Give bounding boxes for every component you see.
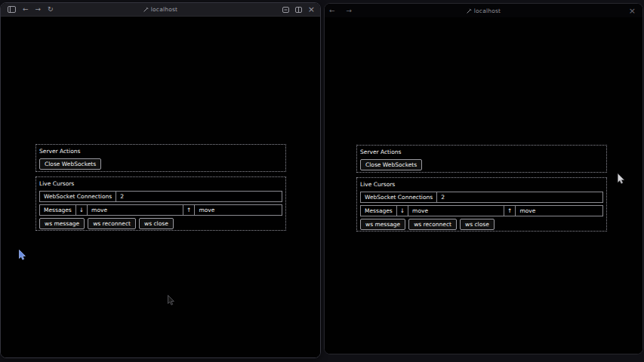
url-text[interactable]: localhost [474,8,501,14]
page-content: Server Actions Close WebSockets Live Cur… [325,17,642,354]
split-view-icon[interactable] [295,7,302,13]
server-actions-title: Server Actions [39,148,283,155]
server-actions-panel: Server Actions Close WebSockets [356,145,607,173]
ws-close-button[interactable]: ws close [139,218,174,229]
live-cursors-panel: Live Cursors WebSocket Connections 2 Mes… [356,177,607,232]
live-cursors-title: Live Cursors [360,181,604,188]
received-message-cell: move [408,205,504,216]
live-cursors-panel: Live Cursors WebSocket Connections 2 Mes… [35,176,286,231]
site-info-icon[interactable] [467,8,472,14]
server-actions-title: Server Actions [360,149,604,155]
server-actions-panel: Server Actions Close WebSockets [35,144,286,172]
connections-row: WebSocket Connections 2 [39,191,282,202]
close-websockets-button[interactable]: Close WebSockets [39,158,101,170]
titlebar-nav-group: ← → [325,4,352,17]
sidebar-toggle-icon[interactable] [8,6,16,13]
ws-reconnect-button[interactable]: ws reconnect [88,218,136,229]
sent-arrow-icon: ↑ [504,205,516,216]
sent-message-cell: move [515,205,603,216]
messages-label-cell: Messages [360,205,397,216]
titlebar-actions-group: × [629,4,642,17]
close-window-icon[interactable]: × [629,7,636,15]
ws-close-button[interactable]: ws close [460,219,495,230]
messages-label-cell: Messages [39,204,76,216]
ws-buttons-row: ws message ws reconnect ws close [360,219,603,230]
ws-message-button[interactable]: ws message [39,218,85,229]
ws-buttons-row: ws message ws reconnect ws close [39,218,282,229]
connections-count-cell: 2 [116,191,282,202]
connections-count-cell: 2 [436,192,603,203]
received-arrow-icon: ↓ [396,205,408,216]
browser-window-right: ← → localhost × Server Actions Close Web… [324,3,643,354]
toolbar-box-icon[interactable] [282,7,289,13]
reload-icon[interactable]: ↻ [48,6,54,13]
page-content: Server Actions Close WebSockets Live Cur… [1,17,320,357]
ws-message-button[interactable]: ws message [360,219,405,230]
connections-row: WebSocket Connections 2 [360,192,603,203]
browser-window-left: ← → ↻ localhost × Server Actions Close W… [0,2,321,358]
sent-message-cell: move [194,204,282,216]
back-icon[interactable]: ← [23,6,29,13]
connections-label-cell: WebSocket Connections [39,191,116,202]
url-text[interactable]: localhost [151,6,177,13]
connections-label-cell: WebSocket Connections [360,192,437,203]
received-message-cell: move [87,204,183,216]
ws-reconnect-button[interactable]: ws reconnect [408,219,457,230]
messages-row: Messages ↓ move ↑ move [39,204,282,216]
titlebar-actions-group: × [282,3,320,16]
close-window-icon[interactable]: × [308,5,315,14]
messages-row: Messages ↓ move ↑ move [360,205,603,216]
received-arrow-icon: ↓ [75,204,88,216]
forward-icon[interactable]: → [347,8,353,14]
back-icon[interactable]: ← [329,8,335,14]
titlebar[interactable]: ← → ↻ localhost × [1,3,320,17]
forward-icon[interactable]: → [35,6,42,13]
address-area: localhost [325,4,642,17]
sent-arrow-icon: ↑ [183,204,195,216]
titlebar-nav-group: ← → ↻ [1,3,54,16]
close-websockets-button[interactable]: Close WebSockets [360,159,422,170]
titlebar[interactable]: ← → localhost × [325,4,642,17]
live-cursors-title: Live Cursors [39,180,283,187]
site-info-icon[interactable] [143,7,149,12]
